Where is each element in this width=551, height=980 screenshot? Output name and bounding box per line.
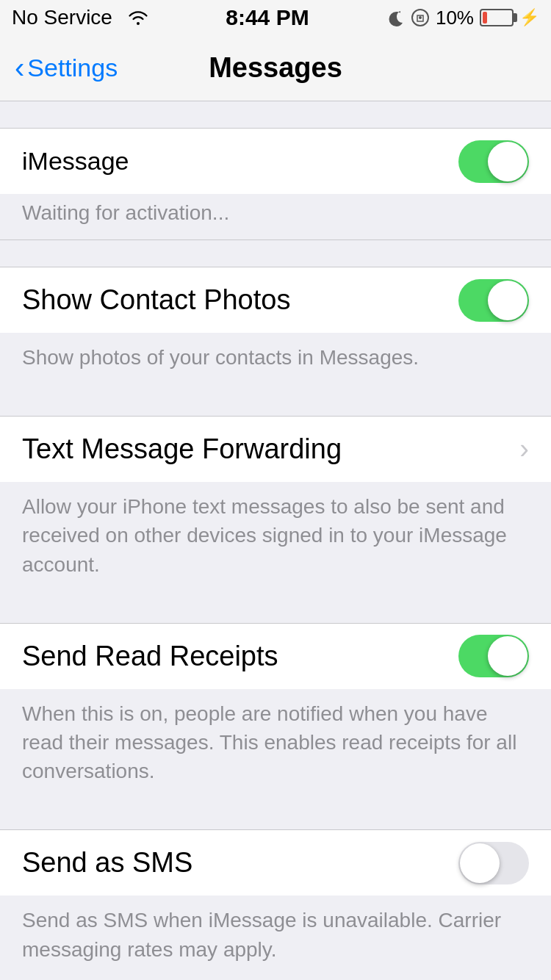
read-receipts-description: When this is on, people are notified whe… — [0, 689, 551, 804]
orientation-lock-icon — [411, 8, 430, 27]
contact-photos-toggle-thumb — [488, 281, 527, 320]
imessage-label: iMessage — [22, 147, 129, 176]
wifi-icon-svg — [127, 9, 149, 26]
back-button-label: Settings — [27, 54, 118, 82]
spacer-top — [0, 101, 551, 128]
read-receipts-toggle[interactable] — [458, 635, 529, 677]
status-bar: No Service 8:44 PM 10% ⚡ — [0, 0, 551, 35]
contact-photos-description: Show photos of your contacts in Messages… — [0, 333, 551, 389]
send-sms-description: Send as SMS when iMessage is unavailable… — [0, 896, 551, 980]
battery-box — [480, 9, 514, 26]
svg-point-1 — [419, 16, 422, 19]
back-chevron-icon: ‹ — [15, 53, 24, 82]
text-forwarding-label: Text Message Forwarding — [22, 433, 342, 465]
read-receipts-row: Send Read Receipts — [0, 623, 551, 689]
spacer-1 — [0, 240, 551, 267]
text-forwarding-desc-text: Allow your iPhone text messages to also … — [22, 495, 507, 575]
imessage-toggle-thumb — [488, 142, 527, 181]
page-title: Messages — [209, 52, 342, 84]
spacer-2 — [0, 389, 551, 416]
battery-percent: 10% — [436, 7, 474, 29]
text-forwarding-row[interactable]: Text Message Forwarding › — [0, 416, 551, 482]
send-sms-toggle[interactable] — [458, 842, 529, 884]
spacer-4 — [0, 803, 551, 829]
contact-photos-toggle[interactable] — [458, 279, 529, 322]
chevron-right-icon: › — [519, 433, 529, 465]
moon-icon — [386, 8, 405, 27]
imessage-row: iMessage — [0, 128, 551, 194]
carrier-text: No Service — [12, 6, 112, 29]
text-forwarding-section: Text Message Forwarding › Allow your iPh… — [0, 416, 551, 597]
back-button[interactable]: ‹ Settings — [15, 54, 118, 82]
text-forwarding-description: Allow your iPhone text messages to also … — [0, 482, 551, 597]
nav-bar: ‹ Settings Messages — [0, 35, 551, 101]
send-sms-label: Send as SMS — [22, 847, 192, 879]
send-sms-row: Send as SMS — [0, 829, 551, 896]
read-receipts-label: Send Read Receipts — [22, 641, 278, 672]
spacer-3 — [0, 597, 551, 623]
send-sms-section: Send as SMS Send as SMS when iMessage is… — [0, 829, 551, 980]
imessage-section: iMessage Waiting for activation... — [0, 128, 551, 240]
read-receipts-section: Send Read Receipts When this is on, peop… — [0, 623, 551, 804]
status-right: 10% ⚡ — [386, 7, 539, 29]
status-time: 8:44 PM — [226, 5, 309, 30]
status-left: No Service — [12, 6, 149, 29]
contact-photos-section: Show Contact Photos Show photos of your … — [0, 267, 551, 389]
read-receipts-toggle-thumb — [488, 636, 527, 676]
battery-indicator — [480, 9, 514, 26]
read-receipts-desc-text: When this is on, people are notified whe… — [22, 702, 516, 782]
charging-bolt-icon: ⚡ — [519, 8, 539, 27]
contact-photos-row: Show Contact Photos — [0, 267, 551, 333]
imessage-status-text: Waiting for activation... — [22, 201, 229, 224]
contact-photos-label: Show Contact Photos — [22, 284, 290, 316]
send-sms-desc-text: Send as SMS when iMessage is unavailable… — [22, 909, 501, 960]
imessage-toggle[interactable] — [458, 140, 529, 183]
imessage-status: Waiting for activation... — [0, 194, 551, 240]
battery-fill — [483, 12, 487, 24]
send-sms-toggle-thumb — [460, 843, 500, 883]
contact-photos-desc-text: Show photos of your contacts in Messages… — [22, 346, 419, 369]
